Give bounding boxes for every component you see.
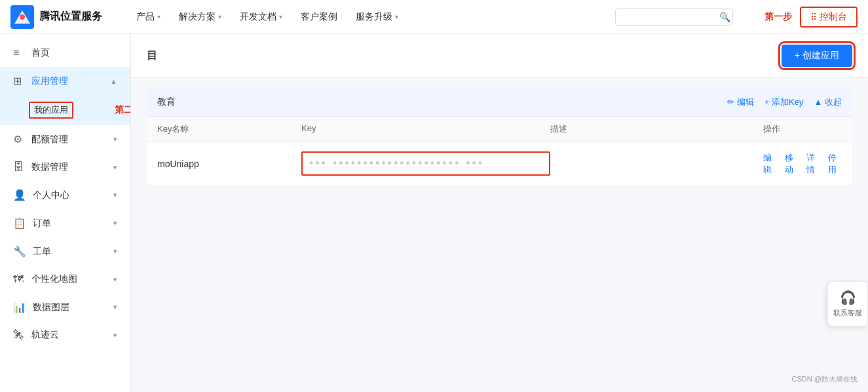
orders-icon: 📋 bbox=[13, 217, 26, 229]
add-key-link[interactable]: + 添加Key bbox=[764, 96, 804, 108]
app-section-header: 教育 ✏ 编辑 + 添加Key ▲ 收起 bbox=[147, 88, 852, 117]
sidebar-item-custom-map[interactable]: 🗺 个性化地图 ▾ bbox=[0, 265, 130, 293]
sidebar-item-personal[interactable]: 👤 个人中心 ▾ bbox=[0, 181, 130, 209]
app-mgmt-submenu: 我的应用 第二部 bbox=[0, 95, 130, 125]
create-app-button[interactable]: + 创建应用 bbox=[782, 45, 852, 67]
table-header: Key名称 Key 描述 操作 bbox=[147, 117, 852, 142]
nav-item-docs[interactable]: 开发文档 ▾ bbox=[240, 11, 282, 23]
app-section: 教育 ✏ 编辑 + 添加Key ▲ 收起 Key名称 Key 描述 操作 bbox=[147, 88, 852, 185]
section-actions: ✏ 编辑 + 添加Key ▲ 收起 bbox=[727, 96, 842, 108]
top-nav: 腾讯位置服务 产品 ▾ 解决方案 ▾ 开发文档 ▾ 客户案例 服务升级 ▾ 🔍 … bbox=[0, 0, 868, 34]
chevron-down-icon: ▾ bbox=[395, 13, 398, 20]
key-value-cell: ••• ••••••••••••••••••••• ••• bbox=[301, 151, 550, 176]
chevron-down-icon: ▾ bbox=[218, 13, 221, 20]
page-title: 目 bbox=[147, 49, 157, 63]
layer-icon: 📊 bbox=[13, 301, 26, 313]
col-description: 描述 bbox=[550, 123, 763, 135]
main-layout: ≡ 首页 ⊞ 应用管理 ▲ 我的应用 第二部 ⚙ 配额管理 ▾ 🗄 数据管理 ▾… bbox=[0, 34, 868, 392]
key-masked-value: ••• ••••••••••••••••••••• ••• bbox=[309, 157, 484, 170]
sidebar-item-data-mgmt[interactable]: 🗄 数据管理 ▾ bbox=[0, 153, 130, 181]
headset-icon: 🎧 bbox=[840, 290, 856, 305]
sidebar-item-app-mgmt[interactable]: ⊞ 应用管理 ▲ bbox=[0, 67, 130, 95]
second-step-annotation: 第二部 bbox=[115, 104, 131, 116]
section-title: 教育 bbox=[157, 96, 176, 108]
sidebar: ≡ 首页 ⊞ 应用管理 ▲ 我的应用 第二部 ⚙ 配额管理 ▾ 🗄 数据管理 ▾… bbox=[0, 34, 131, 392]
sidebar-item-home[interactable]: ≡ 首页 bbox=[0, 39, 130, 67]
nav-item-solution[interactable]: 解决方案 ▾ bbox=[179, 11, 221, 23]
sidebar-item-orders[interactable]: 📋 订单 ▾ bbox=[0, 209, 130, 237]
watermark: CSDN @防火墙在线 bbox=[792, 374, 858, 384]
sidebar-item-track-cloud[interactable]: 🛰 轨迹云 ▾ bbox=[0, 321, 130, 349]
nav-item-cases[interactable]: 客户案例 bbox=[301, 11, 337, 23]
chevron-up-icon: ▲ bbox=[110, 77, 117, 85]
sidebar-item-data-layer[interactable]: 📊 数据图层 ▾ bbox=[0, 293, 130, 321]
first-step-label[interactable]: 第一步 bbox=[764, 11, 792, 23]
logo-area: 腾讯位置服务 bbox=[10, 5, 115, 29]
nav-item-product[interactable]: 产品 ▾ bbox=[136, 11, 160, 23]
nav-right: 第一步 ⠿ 控制台 bbox=[764, 7, 858, 28]
my-apps-label: 我的应用 bbox=[29, 102, 73, 119]
row-edit-link[interactable]: 编辑 bbox=[763, 152, 777, 176]
chevron-down-icon: ▾ bbox=[113, 247, 117, 256]
logo-text: 腾讯位置服务 bbox=[39, 10, 102, 24]
table-row: moUniapp ••• ••••••••••••••••••••• ••• 编… bbox=[147, 142, 852, 185]
chevron-down-icon: ▾ bbox=[113, 275, 117, 284]
page-header: 目 + 创建应用 bbox=[131, 34, 868, 78]
chevron-down-icon: ▾ bbox=[279, 13, 282, 20]
search-input[interactable] bbox=[624, 12, 715, 22]
row-detail-link[interactable]: 详情 bbox=[806, 152, 820, 176]
chevron-down-icon: ▾ bbox=[113, 331, 117, 340]
sidebar-item-tickets[interactable]: 🔧 工单 ▾ bbox=[0, 237, 130, 265]
row-move-link[interactable]: 移动 bbox=[785, 152, 799, 176]
floating-contact[interactable]: 🎧 联系客服 bbox=[827, 281, 868, 326]
control-icon: ⠿ bbox=[810, 12, 817, 22]
logo-icon bbox=[10, 5, 34, 29]
sidebar-item-quota[interactable]: ⚙ 配额管理 ▾ bbox=[0, 125, 130, 153]
nav-item-upgrade[interactable]: 服务升级 ▾ bbox=[356, 11, 398, 23]
content-area: 目 + 创建应用 教育 ✏ 编辑 + 添加Key ▲ 收起 Key名称 K bbox=[131, 34, 868, 392]
svg-point-2 bbox=[20, 14, 25, 20]
quota-icon: ⚙ bbox=[13, 133, 25, 146]
chevron-down-icon: ▾ bbox=[113, 191, 117, 199]
chevron-down-icon: ▾ bbox=[113, 219, 117, 227]
col-key-name: Key名称 bbox=[157, 123, 301, 135]
control-panel-button[interactable]: ⠿ 控制台 bbox=[800, 7, 858, 28]
chevron-down-icon: ▾ bbox=[113, 303, 117, 311]
chevron-down-icon: ▾ bbox=[157, 13, 160, 20]
person-icon: 👤 bbox=[13, 189, 26, 201]
contact-label: 联系客服 bbox=[833, 308, 862, 318]
nav-items: 产品 ▾ 解决方案 ▾ 开发文档 ▾ 客户案例 服务升级 ▾ bbox=[136, 11, 594, 23]
satellite-icon: 🛰 bbox=[13, 329, 25, 341]
row-disable-link[interactable]: 停用 bbox=[828, 152, 842, 176]
collapse-link[interactable]: ▲ 收起 bbox=[814, 96, 842, 108]
row-app-name: moUniapp bbox=[157, 159, 301, 169]
col-key: Key bbox=[301, 123, 550, 135]
search-icon[interactable]: 🔍 bbox=[719, 12, 730, 22]
submenu-item-my-apps[interactable]: 我的应用 第二部 bbox=[0, 95, 130, 125]
row-actions: 编辑 移动 详情 停用 bbox=[763, 152, 842, 176]
database-icon: 🗄 bbox=[13, 161, 25, 173]
edit-link[interactable]: ✏ 编辑 bbox=[727, 96, 754, 108]
home-icon: ≡ bbox=[13, 47, 25, 59]
chevron-down-icon: ▾ bbox=[113, 135, 117, 144]
ticket-icon: 🔧 bbox=[13, 245, 26, 258]
chevron-down-icon: ▾ bbox=[113, 163, 117, 172]
grid-icon: ⊞ bbox=[13, 75, 25, 87]
map-icon: 🗺 bbox=[13, 273, 25, 285]
col-actions: 操作 bbox=[763, 123, 842, 135]
search-box: 🔍 bbox=[615, 9, 733, 26]
table-container: 教育 ✏ 编辑 + 添加Key ▲ 收起 Key名称 Key 描述 操作 bbox=[131, 78, 868, 203]
